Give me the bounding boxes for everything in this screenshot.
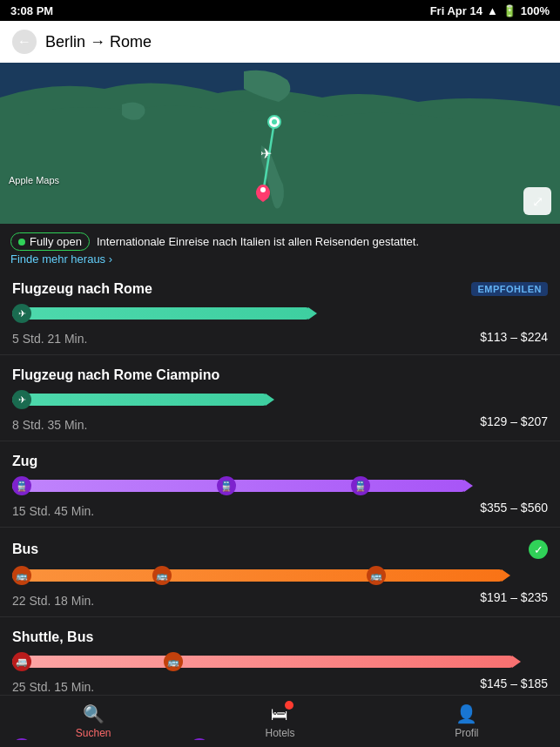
bar-end-triangle (502, 569, 510, 582)
bottom-nav: 🔍 Suchen 🛏 Hotels 👤 Profil (0, 695, 560, 747)
learn-more-link[interactable]: Finde mehr heraus › (10, 252, 550, 266)
fully-open-badge: Fully open (10, 232, 90, 251)
route-price: $191 – $235 (480, 590, 548, 608)
hotel-badge (285, 701, 293, 710)
back-icon: ← (17, 34, 31, 50)
route-bar (12, 394, 269, 406)
route-price: $355 – $560 (480, 501, 548, 518)
route-title: Shuttle, Bus (12, 629, 93, 645)
route-item-bus[interactable]: Bus ✓ 🚌 🚌 🚌 22 Std. 18 Min. $191 – $235 (0, 528, 560, 617)
battery-icon: 🔋 (503, 4, 516, 17)
route-duration: 8 Std. 35 Min. (12, 418, 87, 432)
route-header: Bus ✓ (12, 540, 548, 559)
bus-mid-icon: 🚌 (152, 566, 172, 585)
hotel-icon: 🛏 (271, 704, 288, 724)
badge-text: Fully open (30, 235, 82, 248)
route-bar (12, 569, 505, 582)
bar-end-triangle (512, 656, 521, 668)
plane-start-icon: ✈ (12, 304, 31, 323)
train-start-icon: 🚆 (12, 476, 31, 495)
route-bar-row: ✈ (12, 304, 548, 323)
expand-icon: ⤢ (532, 193, 543, 210)
profile-icon: 👤 (455, 703, 477, 724)
route-item-zug[interactable]: Zug 🚆 🚆 🚆 15 Std. 45 Min. $355 – $560 (0, 441, 560, 528)
apple-maps-label: Apple Maps (9, 175, 59, 185)
bus-mid2-icon: 🚌 (367, 566, 386, 585)
bus-icon: 🚌 (164, 652, 183, 671)
empfohlen-badge: EMPFOHLEN (471, 282, 548, 296)
route-header: Flugzeug nach Rome Ciampino (12, 367, 548, 383)
route-duration: 5 Std. 21 Min. (12, 332, 87, 346)
status-description: Internationale Einreise nach Italien ist… (97, 235, 419, 248)
search-icon: 🔍 (83, 703, 105, 724)
shuttle-start-icon: 🚐 (12, 652, 31, 671)
route-price: $145 – $185 (480, 676, 548, 694)
route-title: Zug (12, 454, 37, 469)
route-title: Bus (12, 542, 38, 557)
bar-end-triangle (464, 480, 473, 492)
nav-item-hotels[interactable]: 🛏 Hotels (186, 704, 373, 739)
route-item-ciampino[interactable]: Flugzeug nach Rome Ciampino ✈ 8 Std. 35 … (0, 355, 560, 441)
route-bar (12, 307, 312, 320)
status-bar-right: Fri Apr 14 ▲ 🔋 100% (430, 4, 550, 17)
route-bar (12, 656, 516, 668)
bar-end-triangle (266, 394, 274, 406)
route-price: $113 – $224 (480, 330, 548, 344)
map-container: ✈ Apple Maps ⤢ (0, 63, 560, 224)
status-bar: 3:08 PM Fri Apr 14 ▲ 🔋 100% (0, 0, 560, 21)
status-date: Fri Apr 14 (430, 4, 482, 17)
route-header: Zug (12, 454, 548, 469)
status-line: Fully open Internationale Einreise nach … (10, 232, 550, 251)
nav-item-suchen[interactable]: 🔍 Suchen (0, 703, 186, 739)
green-dot (18, 239, 25, 246)
svg-point-3 (272, 119, 277, 124)
route-list: Flugzeug nach Rome EMPFOHLEN ✈ 5 Std. 21… (0, 269, 560, 740)
route-label: Berlin → Rome (45, 33, 152, 51)
route-bar (12, 480, 468, 492)
status-time: 3:08 PM (10, 4, 53, 17)
route-header: Flugzeug nach Rome EMPFOHLEN (12, 281, 548, 297)
train-mid2-icon: 🚆 (351, 476, 370, 495)
bus-start-icon: 🚌 (12, 566, 31, 585)
nav-item-profil[interactable]: 👤 Profil (374, 703, 560, 739)
svg-text:✈: ✈ (260, 146, 272, 161)
route-bar-row: 🚌 🚌 🚌 (12, 566, 548, 585)
route-price: $129 – $207 (480, 414, 548, 432)
nav-label-hotels: Hotels (265, 727, 294, 739)
nav-label-suchen: Suchen (76, 727, 111, 739)
route-title: Flugzeug nach Rome Ciampino (12, 367, 219, 383)
route-header: Shuttle, Bus (12, 629, 548, 645)
route-title: Flugzeug nach Rome (12, 281, 152, 297)
train-mid-icon: 🚆 (217, 476, 236, 495)
map-svg: ✈ (0, 63, 560, 224)
route-bar-row: 🚐 🚌 (12, 652, 548, 671)
status-area: Fully open Internationale Einreise nach … (0, 224, 560, 269)
back-button[interactable]: ← (12, 30, 37, 54)
route-bar-row: 🚆 🚆 🚆 (12, 476, 548, 495)
route-item-shuttle[interactable]: Shuttle, Bus 🚐 🚌 25 Std. 15 Min. $145 – … (0, 617, 560, 703)
bar-end-triangle (308, 307, 317, 320)
route-item-flugzeug-rome[interactable]: Flugzeug nach Rome EMPFOHLEN ✈ 5 Std. 21… (0, 269, 560, 355)
expand-button[interactable]: ⤢ (523, 187, 551, 215)
nav-label-profil: Profil (455, 727, 478, 739)
route-duration: 25 Std. 15 Min. (12, 680, 94, 694)
route-duration: 15 Std. 45 Min. (12, 504, 94, 518)
route-bar-row: ✈ (12, 390, 548, 409)
search-bar: ← Berlin → Rome (0, 21, 560, 63)
svg-point-5 (260, 187, 266, 192)
wifi-icon: ▲ (487, 4, 498, 17)
route-duration: 22 Std. 18 Min. (12, 594, 94, 608)
verified-badge: ✓ (529, 540, 548, 559)
plane-icon: ✈ (12, 390, 31, 409)
battery-pct: 100% (521, 4, 550, 17)
